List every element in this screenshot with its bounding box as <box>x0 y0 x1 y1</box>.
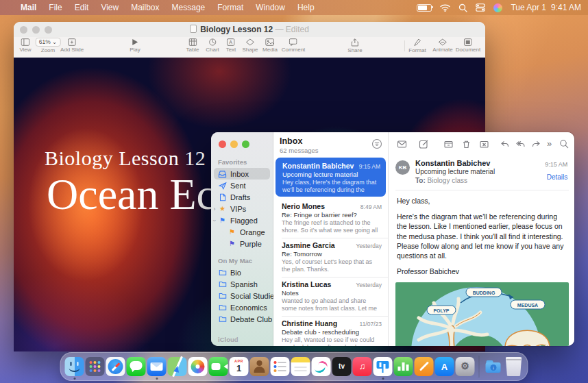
dock-notes[interactable] <box>291 357 310 376</box>
desktop: Mail File Edit View Mailbox Message Form… <box>0 0 588 383</box>
details-link[interactable]: Details <box>547 173 568 181</box>
message-row[interactable]: Christine Huang11/07/23 Debate club - re… <box>273 316 388 346</box>
mail-titlebar[interactable] <box>211 132 273 156</box>
menu-format[interactable]: Format <box>217 3 243 12</box>
reply-all-icon[interactable] <box>515 139 526 149</box>
photos-center <box>196 365 200 369</box>
sidebar-item-debate-club[interactable]: Debate Club <box>211 313 273 325</box>
dock-keynote[interactable] <box>373 357 393 376</box>
trash-icon[interactable] <box>461 139 471 149</box>
search-icon[interactable] <box>458 3 467 12</box>
dock-safari[interactable] <box>106 357 125 376</box>
sidebar-item-inbox[interactable]: Inbox <box>214 168 270 180</box>
menu-view[interactable]: View <box>101 3 119 12</box>
text-icon: A <box>227 38 235 46</box>
icloud-header[interactable]: iCloud <box>211 333 273 345</box>
view-button[interactable]: View <box>19 37 31 53</box>
dock-mail[interactable] <box>147 357 167 376</box>
message-row[interactable]: Kristina LucasYesterday Notes Wanted to … <box>273 277 388 316</box>
archive-icon[interactable] <box>443 139 454 149</box>
menu-edit[interactable]: Edit <box>75 3 89 12</box>
dock-music[interactable]: ♫ <box>353 357 372 376</box>
dock-contacts[interactable] <box>250 357 269 376</box>
sidebar-item-spanish[interactable]: Spanish <box>211 278 273 290</box>
wifi-icon[interactable] <box>440 4 450 12</box>
battery-icon[interactable] <box>417 4 432 12</box>
junk-icon[interactable] <box>479 139 489 149</box>
dock-calendar[interactable]: APR1 <box>230 357 249 376</box>
shape-button[interactable]: Shape <box>242 37 258 53</box>
more-icon[interactable]: » <box>547 139 552 148</box>
media-button[interactable]: Media <box>262 37 278 53</box>
menu-mail[interactable]: Mail <box>21 3 36 12</box>
text-button[interactable]: A Text <box>226 37 236 53</box>
chart-button[interactable]: Chart <box>206 37 219 53</box>
menu-bar-clock[interactable]: Tue Apr 1 9:41 AM <box>511 3 581 12</box>
close-button[interactable] <box>219 140 226 148</box>
dock-pages[interactable] <box>415 357 434 376</box>
sidebar-item-bio[interactable]: Bio <box>211 267 273 278</box>
dock-freeform[interactable] <box>312 357 331 376</box>
dock-downloads[interactable]: ↓ <box>484 357 503 376</box>
dock-maps[interactable] <box>168 357 187 376</box>
zoom-button[interactable] <box>242 140 249 148</box>
sidebar-item-sent[interactable]: Sent <box>211 180 273 191</box>
zoom-control[interactable]: 61% ⌄ Zoom <box>36 37 61 53</box>
play-button[interactable]: Play <box>130 37 140 53</box>
document-button[interactable]: Document <box>456 37 480 53</box>
comment-button[interactable]: Comment <box>282 37 306 53</box>
menu-mailbox[interactable]: Mailbox <box>131 3 159 12</box>
compose-icon[interactable] <box>419 139 429 149</box>
add-slide-button[interactable]: Add Slide <box>60 37 84 53</box>
share-button[interactable]: Share <box>347 37 362 53</box>
dock-launchpad[interactable] <box>86 357 105 376</box>
sidebar-item-economics[interactable]: Economics <box>211 301 273 313</box>
sidebar-item-flagged[interactable]: › ⚑ Flagged <box>211 214 273 226</box>
dock-trash[interactable] <box>504 357 524 376</box>
dock-app-store[interactable]: A <box>435 357 454 376</box>
chevron-right-icon[interactable]: › <box>212 206 217 212</box>
reply-icon[interactable] <box>500 139 510 149</box>
search-icon[interactable] <box>559 139 569 149</box>
forward-icon[interactable] <box>531 139 541 149</box>
dock-numbers[interactable] <box>394 357 413 376</box>
shape-icon <box>245 38 254 46</box>
control-center-icon[interactable] <box>476 3 485 12</box>
menu-message[interactable]: Message <box>172 3 206 12</box>
minimize-button[interactable] <box>230 140 238 148</box>
jellyfish-lifecycle-diagram: POLYP BUDDING MEDUSA <box>395 282 569 346</box>
table-button[interactable]: Table <box>186 37 199 53</box>
sidebar-item-drafts[interactable]: Drafts <box>211 191 273 203</box>
chevron-down-icon[interactable]: › <box>211 218 218 223</box>
dock-finder[interactable] <box>65 357 84 376</box>
sidebar-item-purple-flag[interactable]: ⚑ Purple <box>211 238 273 249</box>
keynote-titlebar[interactable]: Biology Lesson 12 — Edited <box>14 22 485 37</box>
sidebar-item-orange-flag[interactable]: ⚑ Orange <box>211 226 273 238</box>
slide-title-text[interactable]: Ocean Ec <box>47 169 216 220</box>
filter-icon[interactable] <box>371 138 382 149</box>
animate-button[interactable]: Animate <box>432 37 452 53</box>
message-row[interactable]: Nerio Mones8:49 AM Re: Fringe or barrier… <box>273 199 388 238</box>
slide-subtitle-text[interactable]: Biology Lesson 12 <box>45 147 206 170</box>
notes-lines <box>295 367 307 368</box>
dock-apple-tv[interactable]: tv <box>332 357 352 376</box>
zoom-value[interactable]: 61% ⌄ <box>36 38 61 47</box>
get-mail-icon[interactable] <box>397 139 407 149</box>
subject: Re: Tomorrow <box>282 250 382 258</box>
dock-reminders[interactable] <box>271 357 290 376</box>
dock-settings[interactable]: ⚙ <box>456 357 475 376</box>
dock-divider <box>479 356 480 378</box>
message-row-selected[interactable]: Konstantin Babichev9:15 AM Upcoming lect… <box>275 158 386 197</box>
format-button[interactable]: Format <box>408 37 426 53</box>
dock-messages[interactable] <box>127 357 146 376</box>
dock-facetime[interactable] <box>209 357 228 376</box>
menu-file[interactable]: File <box>49 3 62 12</box>
message-row[interactable]: Jasmine GarciaYesterday Re: Tomorrow Yes… <box>273 238 388 277</box>
dock-photos[interactable] <box>188 357 208 376</box>
sidebar-item-vips[interactable]: › ★ VIPs <box>211 203 273 214</box>
menu-help[interactable]: Help <box>297 3 315 12</box>
siri-icon[interactable] <box>493 3 502 12</box>
menu-window[interactable]: Window <box>256 3 285 12</box>
calendar-day: 1 <box>230 363 249 373</box>
sidebar-item-social-studies[interactable]: Social Studies <box>211 290 273 301</box>
